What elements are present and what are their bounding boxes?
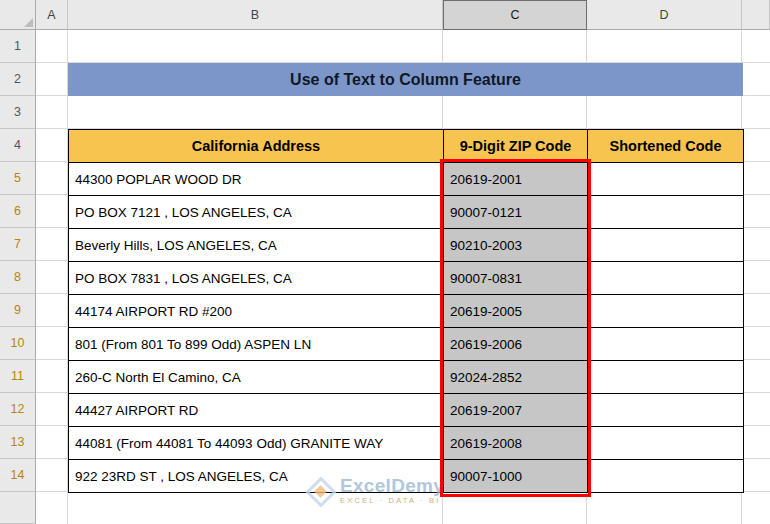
cell-shortened-row14[interactable] xyxy=(588,460,744,493)
cell-address-row12[interactable]: 44427 AIRPORT RD xyxy=(69,394,444,427)
row-header-7[interactable]: 7 xyxy=(0,228,36,261)
data-table: California Address 9-Digit ZIP Code Shor… xyxy=(68,129,744,493)
cell-zip-row7[interactable]: 90210-2003 xyxy=(444,229,588,262)
cell-shortened-row5[interactable] xyxy=(588,163,744,196)
column-header-D[interactable]: D xyxy=(587,0,742,30)
row-header-8[interactable]: 8 xyxy=(0,261,36,294)
cell-zip-row13[interactable]: 20619-2008 xyxy=(444,427,588,460)
cell-shortened-row12[interactable] xyxy=(588,394,744,427)
cell-shortened-row9[interactable] xyxy=(588,295,744,328)
cell-address-row7[interactable]: Beverly Hills, LOS ANGELES, CA xyxy=(69,229,444,262)
cell-address-row10[interactable]: 801 (From 801 To 899 Odd) ASPEN LN xyxy=(69,328,444,361)
row-header-partial[interactable] xyxy=(0,492,36,524)
cell-address-row11[interactable]: 260-C North El Camino, CA xyxy=(69,361,444,394)
excel-sheet: A B C D 1 2 3 4 5 6 7 8 9 10 11 12 13 14… xyxy=(0,0,770,524)
col-header-california-address[interactable]: California Address xyxy=(69,130,444,163)
row-header-9[interactable]: 9 xyxy=(0,294,36,327)
cell-address-row14[interactable]: 922 23RD ST , LOS ANGELES, CA xyxy=(69,460,444,493)
row-header-5[interactable]: 5 xyxy=(0,162,36,195)
row-header-4[interactable]: 4 xyxy=(0,129,36,162)
column-header-partial[interactable] xyxy=(742,0,770,30)
cell-address-row9[interactable]: 44174 AIRPORT RD #200 xyxy=(69,295,444,328)
column-header-A[interactable]: A xyxy=(36,0,68,30)
row-header-14[interactable]: 14 xyxy=(0,459,36,492)
select-all-button[interactable] xyxy=(0,0,36,30)
col-header-shortened-code[interactable]: Shortened Code xyxy=(588,130,744,163)
cell-zip-row10[interactable]: 20619-2006 xyxy=(444,328,588,361)
cell-zip-row6[interactable]: 90007-0121 xyxy=(444,196,588,229)
cell-shortened-row10[interactable] xyxy=(588,328,744,361)
row-header-2[interactable]: 2 xyxy=(0,63,36,96)
cell-zip-row9[interactable]: 20619-2005 xyxy=(444,295,588,328)
row-header-6[interactable]: 6 xyxy=(0,195,36,228)
cell-zip-row14[interactable]: 90007-1000 xyxy=(444,460,588,493)
row-header-12[interactable]: 12 xyxy=(0,393,36,426)
cell-zip-row12[interactable]: 20619-2007 xyxy=(444,394,588,427)
cell-shortened-row13[interactable] xyxy=(588,427,744,460)
cell-shortened-row11[interactable] xyxy=(588,361,744,394)
cell-address-row13[interactable]: 44081 (From 44081 To 44093 Odd) GRANITE … xyxy=(69,427,444,460)
row-header-1[interactable]: 1 xyxy=(0,30,36,63)
cell-zip-row8[interactable]: 90007-0831 xyxy=(444,262,588,295)
cell-shortened-row7[interactable] xyxy=(588,229,744,262)
column-header-C-selected[interactable]: C xyxy=(443,0,587,30)
cell-shortened-row8[interactable] xyxy=(588,262,744,295)
row-header-10[interactable]: 10 xyxy=(0,327,36,360)
cell-address-row6[interactable]: PO BOX 7121 , LOS ANGELES, CA xyxy=(69,196,444,229)
title-banner-cell[interactable]: Use of Text to Column Feature xyxy=(68,63,743,96)
cell-zip-row11[interactable]: 92024-2852 xyxy=(444,361,588,394)
row-header-13[interactable]: 13 xyxy=(0,426,36,459)
col-header-zip-code[interactable]: 9-Digit ZIP Code xyxy=(444,130,588,163)
cell-zip-row5[interactable]: 20619-2001 xyxy=(444,163,588,196)
row-header-11[interactable]: 11 xyxy=(0,360,36,393)
cell-address-row8[interactable]: PO BOX 7831 , LOS ANGELES, CA xyxy=(69,262,444,295)
cell-shortened-row6[interactable] xyxy=(588,196,744,229)
row-header-3[interactable]: 3 xyxy=(0,96,36,129)
column-header-B[interactable]: B xyxy=(68,0,443,30)
cell-address-row5[interactable]: 44300 POPLAR WOOD DR xyxy=(69,163,444,196)
